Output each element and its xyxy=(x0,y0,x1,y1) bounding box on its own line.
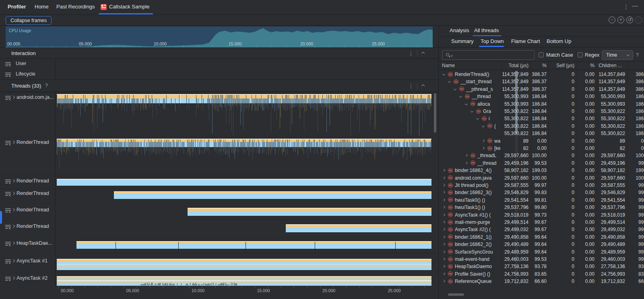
table-row[interactable]: mmali-mem-purge29,499,51499.6700.0029,49… xyxy=(439,219,644,226)
thread-row-renderthread[interactable]: RenderThread xyxy=(0,137,438,176)
threads-scrollbar[interactable] xyxy=(434,93,436,133)
threads-collapse-icon[interactable] xyxy=(421,84,425,88)
table-row[interactable]: mJit thread pool()29,587,55599.9700.0029… xyxy=(439,182,644,189)
table-scrollbar-thumb[interactable] xyxy=(515,71,518,134)
thread-row-android-com-ja-[interactable]: android.com.ja... xyxy=(0,92,438,137)
table-row[interactable]: mAsyncTask #1() (29,518,01999.7300.0029,… xyxy=(439,211,644,219)
track-settings-icon[interactable] xyxy=(5,207,12,213)
tab-analysis[interactable]: Analysis xyxy=(450,27,469,33)
expand-thread-icon[interactable] xyxy=(12,225,15,228)
track-settings-icon[interactable] xyxy=(5,95,12,100)
tab-all-threads[interactable]: All threads xyxy=(474,27,499,33)
table-row[interactable]: m__thread55,300,993186.8400.0055,300,993… xyxy=(439,93,644,100)
threads-menu-icon[interactable]: ⋮ xyxy=(408,83,414,89)
thread-track[interactable] xyxy=(55,188,431,204)
table-row[interactable]: mbinder:16862_3()29,546,82999.8300.0029,… xyxy=(439,189,644,196)
interaction-row-user[interactable]: User xyxy=(0,59,438,69)
interaction-row-lifecycle[interactable]: Lifecycle xyxy=(0,69,438,80)
track-settings-icon[interactable] xyxy=(5,140,12,145)
table-row[interactable]: mSurfaceSyncGrou29,489,95999.6400.0029,4… xyxy=(439,248,644,256)
tab-past-recordings[interactable]: Past Recordings xyxy=(56,4,95,10)
expand-thread-icon[interactable] xyxy=(12,96,15,99)
collapse-node-icon[interactable] xyxy=(471,110,473,113)
table-row[interactable]: mProfile Saver() ()24,756,99383.6500.002… xyxy=(439,270,644,278)
table-row[interactable]: m__pthread_s114,357,849386.3700.00114,35… xyxy=(439,86,644,93)
reset-zoom-icon[interactable]: ↺ xyxy=(626,16,633,23)
expand-thread-icon[interactable] xyxy=(12,179,15,182)
thread-track[interactable] xyxy=(55,237,431,254)
thread-track[interactable] xyxy=(55,272,431,287)
track-settings-icon[interactable] xyxy=(5,191,12,196)
table-row[interactable]: m__start_thread114,357,849386.3700.00114… xyxy=(439,78,644,85)
regex-checkbox[interactable] xyxy=(578,52,583,57)
expand-node-icon[interactable] xyxy=(465,162,468,164)
collapse-node-icon[interactable] xyxy=(442,73,445,76)
tab-flame-chart[interactable]: Flame Chart xyxy=(511,38,540,44)
tab-top-down[interactable]: Top Down xyxy=(481,38,504,44)
kebab-menu-icon[interactable]: ⋮ xyxy=(623,3,629,10)
minimize-icon[interactable]: — xyxy=(632,2,638,9)
thread-row-renderthread[interactable]: RenderThread xyxy=(0,188,438,203)
table-row[interactable]: mGra55,300,822186.8400.0055,300,822186.8… xyxy=(439,108,644,115)
search-box[interactable] xyxy=(442,50,535,60)
table-row[interactable]: m[ke820.0000.00820.00 xyxy=(439,145,644,152)
interaction-section-header[interactable]: Interaction ⋮ xyxy=(0,47,438,59)
expand-node-icon[interactable] xyxy=(442,206,445,209)
search-input[interactable] xyxy=(454,51,533,59)
table-row[interactable]: mRenderThread() 114,357,849386.3700.0011… xyxy=(439,71,644,78)
table-row[interactable]: mbinder:16862_4()58,907,182199.0300.0058… xyxy=(439,167,644,174)
table-row[interactable]: 55,300,822186.8400.0055,300,822186.84 xyxy=(439,130,644,137)
table-row[interactable]: mmali-event-hand29,460,00399.5300.0029,4… xyxy=(439,256,644,263)
search-history-caret-icon[interactable] xyxy=(450,54,453,57)
thread-row-renderthread[interactable]: RenderThread xyxy=(0,220,438,237)
expand-node-icon[interactable] xyxy=(442,169,445,172)
table-row[interactable]: mAsyncTask #2() (29,499,03299.6700.0029,… xyxy=(439,226,644,233)
expand-thread-icon[interactable] xyxy=(12,259,15,262)
tab-callstack-sample[interactable]: Callstack Sample xyxy=(109,4,149,10)
collapse-node-icon[interactable] xyxy=(454,88,456,90)
thread-track[interactable] xyxy=(55,254,431,272)
table-row[interactable]: m(55,300,822186.8400.0055,300,822186.84 xyxy=(439,123,644,130)
track-settings-icon[interactable] xyxy=(5,258,12,264)
thread-track[interactable] xyxy=(55,204,431,220)
expand-node-icon[interactable] xyxy=(442,272,445,275)
expand-thread-icon[interactable] xyxy=(12,208,15,211)
col-total-pct[interactable]: % xyxy=(531,63,547,68)
table-row[interactable]: m__thread29,459,19699.5300.0029,459,1969… xyxy=(439,160,644,167)
col-self-pct[interactable]: % xyxy=(577,63,594,68)
expand-node-icon[interactable] xyxy=(442,258,445,260)
thread-track[interactable] xyxy=(55,92,431,137)
expand-node-icon[interactable] xyxy=(442,213,445,216)
collapse-node-icon[interactable] xyxy=(476,117,479,120)
table-row[interactable]: m_threadL29,597,660100.0000.0029,597,660… xyxy=(439,152,644,159)
collapse-node-icon[interactable] xyxy=(465,102,468,105)
expand-node-icon[interactable] xyxy=(465,154,468,157)
filter-help-icon[interactable]: ? xyxy=(636,52,639,58)
table-row[interactable]: mHeapTaskDaemo27,758,13693.7800.0027,758… xyxy=(439,263,644,270)
thread-track[interactable] xyxy=(55,220,431,237)
collapse-node-icon[interactable] xyxy=(459,95,462,98)
expand-node-icon[interactable] xyxy=(442,280,445,283)
expand-node-icon[interactable] xyxy=(442,176,445,179)
expand-node-icon[interactable] xyxy=(482,147,485,150)
collapse-node-icon[interactable] xyxy=(448,80,451,83)
threads-section-header[interactable]: Threads (33) ? ⋮ xyxy=(0,80,438,92)
thread-row-renderthread[interactable]: RenderThread xyxy=(0,203,438,220)
track-settings-icon[interactable] xyxy=(5,224,12,229)
expand-thread-icon[interactable] xyxy=(12,276,15,280)
expand-node-icon[interactable] xyxy=(442,265,445,268)
tab-summary[interactable]: Summary xyxy=(451,38,474,44)
track-settings-icon[interactable] xyxy=(5,276,12,281)
thread-row-asynctask-2[interactable]: AsyncTask #2 xyxy=(0,272,438,286)
threads-help-icon[interactable]: ? xyxy=(45,83,48,88)
expand-thread-icon[interactable] xyxy=(12,242,15,245)
tab-home[interactable]: Home xyxy=(35,4,49,10)
table-row[interactable]: mi55,300,822186.8400.0055,300,822186.84 xyxy=(439,115,644,122)
track-settings-icon[interactable] xyxy=(5,241,12,246)
expand-node-icon[interactable] xyxy=(442,199,445,201)
table-row[interactable]: mhwuiTask0() ()29,541,55499.8100.0029,54… xyxy=(439,197,644,204)
expand-thread-icon[interactable] xyxy=(12,192,15,195)
thread-track[interactable] xyxy=(55,137,431,176)
cpu-usage-chart[interactable]: CPU Usage 00.00005.00010.00015.00020.000… xyxy=(6,27,433,47)
collapse-node-icon[interactable] xyxy=(482,125,485,127)
